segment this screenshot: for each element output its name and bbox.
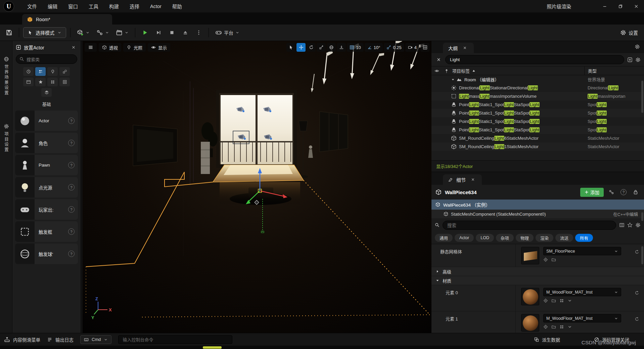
menu-item-Actor[interactable]: Actor — [145, 1, 167, 11]
content-drawer-button[interactable]: 内容侧滑菜单 — [4, 336, 40, 343]
level-tab[interactable]: Room* — [22, 14, 112, 25]
material-grid-icon[interactable] — [559, 298, 564, 303]
menu-item-工具[interactable]: 工具 — [84, 0, 103, 12]
settings-button[interactable]: 设置 — [620, 29, 638, 36]
filter-chip-物理[interactable]: 物理 — [516, 234, 534, 242]
place-item-wiresphere[interactable]: 触发球'? — [15, 244, 78, 264]
favorites-star-icon[interactable] — [627, 222, 633, 228]
view-mode-dropdown[interactable]: 光照 — [123, 43, 146, 52]
use-selected-asset-icon[interactable] — [543, 324, 548, 329]
recent-category-icon[interactable] — [23, 67, 34, 76]
close-icon[interactable] — [461, 44, 468, 52]
lock-icon[interactable] — [631, 188, 640, 197]
menu-item-选择[interactable]: 选择 — [125, 0, 144, 12]
console-type-dropdown[interactable]: Cmd — [80, 335, 111, 344]
close-button[interactable] — [628, 0, 644, 12]
output-log-button[interactable]: 输出日志 — [47, 336, 74, 343]
use-selected-asset-icon[interactable] — [543, 298, 548, 303]
tab-details[interactable]: 细节 — [443, 174, 482, 185]
derived-data-button[interactable]: 派生数据 — [534, 336, 560, 343]
cinematic-category-icon[interactable] — [23, 78, 34, 86]
display-options-icon[interactable] — [619, 222, 625, 228]
help-icon[interactable]: ? — [68, 206, 75, 213]
materials-section-header[interactable]: 材质 — [431, 276, 644, 285]
render-quality-menu[interactable]: 照片级渲染 — [547, 3, 571, 10]
place-item-bust[interactable]: 角色? — [15, 133, 78, 153]
outliner-options-gear-icon[interactable] — [635, 57, 641, 62]
filter-chip-LOD[interactable]: LOD — [476, 234, 494, 242]
filter-chip-流送[interactable]: 流送 — [555, 234, 573, 242]
console-command-input[interactable]: 输入控制台命令 — [118, 335, 232, 344]
basic-category-icon[interactable] — [35, 67, 46, 76]
close-icon[interactable] — [469, 176, 476, 183]
help-icon[interactable]: ? — [68, 228, 75, 235]
editor-mode-select[interactable]: 选择模式 — [23, 27, 66, 38]
blueprints-button[interactable] — [94, 27, 111, 38]
stop-button[interactable] — [166, 27, 178, 38]
tab-outliner[interactable]: 大纲 — [443, 43, 474, 53]
geometry-category-icon[interactable] — [47, 78, 58, 86]
reset-to-default-icon[interactable] — [635, 291, 639, 295]
save-button[interactable] — [3, 27, 15, 38]
static-mesh-thumbnail[interactable] — [521, 247, 539, 264]
visibility-column-eye-icon[interactable] — [431, 69, 442, 73]
clear-search-icon[interactable] — [435, 56, 442, 63]
place-item-sphere[interactable]: Actor? — [15, 111, 78, 131]
add-component-button[interactable]: 添加 — [580, 188, 604, 197]
add-actor-button[interactable] — [75, 27, 92, 38]
cinematics-button[interactable] — [113, 27, 131, 38]
minimize-button[interactable] — [597, 0, 612, 12]
visual-effects-category-icon[interactable] — [35, 78, 46, 86]
expand-arrow-icon[interactable] — [451, 78, 455, 82]
filter-chip-Actor[interactable]: Actor — [455, 234, 474, 242]
grid-snap-control[interactable]: 10 — [347, 43, 363, 52]
material-thumbnail[interactable] — [521, 314, 539, 332]
world-local-toggle[interactable] — [327, 43, 336, 52]
component-tree-scrollbar[interactable] — [641, 212, 643, 221]
browse-to-asset-icon[interactable] — [551, 324, 556, 329]
material-select[interactable]: M_WoodFloor_MAT_Inst — [543, 288, 621, 296]
rotation-snap-control[interactable]: 10° — [365, 43, 383, 52]
selected-instance-row[interactable]: WallPiece634 （实例） — [431, 200, 644, 210]
help-icon[interactable]: ? — [619, 188, 628, 197]
menu-item-文件[interactable]: 文件 — [22, 0, 42, 12]
help-icon[interactable]: ? — [68, 118, 75, 124]
filter-chip-杂项[interactable]: 杂项 — [496, 234, 514, 242]
reset-to-default-icon[interactable] — [635, 250, 639, 256]
place-search-input[interactable]: 搜索类 — [16, 54, 77, 64]
help-icon[interactable]: ? — [68, 162, 75, 168]
outliner-row[interactable]: PointLightStatic1_SpotLightStaSpotLightS… — [431, 109, 644, 117]
outliner-scrollbar[interactable] — [641, 81, 643, 113]
reset-to-default-icon[interactable] — [635, 317, 639, 321]
menu-item-编辑[interactable]: 编辑 — [43, 0, 62, 12]
outliner-row[interactable]: SM_RoundCeilingLight6StaticMeshActorStat… — [431, 134, 644, 142]
blueprint-convert-icon[interactable] — [607, 188, 616, 197]
outliner-row[interactable]: PointLightStatic1_SpotLightStaSpotLightS… — [431, 117, 644, 126]
place-item-bulbbig[interactable]: 点光源? — [15, 177, 78, 198]
scale-snap-control[interactable]: 0.25 — [384, 43, 404, 52]
help-icon[interactable]: ? — [68, 184, 75, 190]
filter-chip-渲染[interactable]: 渲染 — [536, 234, 553, 242]
world-settings-tab[interactable]: 世界场景设置 — [0, 56, 12, 96]
maximize-viewport-icon[interactable] — [420, 43, 429, 52]
outliner-settings-gear-icon[interactable] — [635, 44, 640, 49]
menu-item-构建[interactable]: 构建 — [104, 0, 124, 12]
all-classes-category-icon[interactable] — [41, 88, 52, 97]
place-item-pawnfig[interactable]: Pawn? — [15, 155, 78, 175]
item-label-column-header[interactable]: 项目标签 — [451, 68, 584, 74]
details-search-input[interactable]: 搜索 — [443, 221, 616, 230]
place-item-gamepad[interactable]: 玩家出:? — [15, 199, 78, 220]
outliner-row[interactable]: SM_RoundCeilingLight1StaticMeshActorStat… — [431, 142, 644, 151]
add-level-icon[interactable] — [627, 57, 633, 62]
filter-chip-所有[interactable]: 所有 — [575, 234, 593, 242]
filter-chip-通用[interactable]: 通用 — [435, 234, 453, 242]
platforms-dropdown[interactable]: 平台 — [213, 27, 242, 38]
details-settings-gear-icon[interactable] — [635, 222, 641, 228]
outliner-row[interactable]: PointLightStatic1_SpotLightStaSpotLightS… — [431, 126, 644, 134]
lights-category-icon[interactable] — [47, 67, 58, 76]
use-selected-asset-icon[interactable] — [543, 257, 548, 262]
type-column-header[interactable]: 类型 — [584, 67, 644, 75]
menu-item-窗口[interactable]: 窗口 — [63, 0, 83, 12]
help-icon[interactable]: ? — [68, 251, 75, 257]
show-dropdown[interactable]: 显示 — [148, 43, 170, 52]
